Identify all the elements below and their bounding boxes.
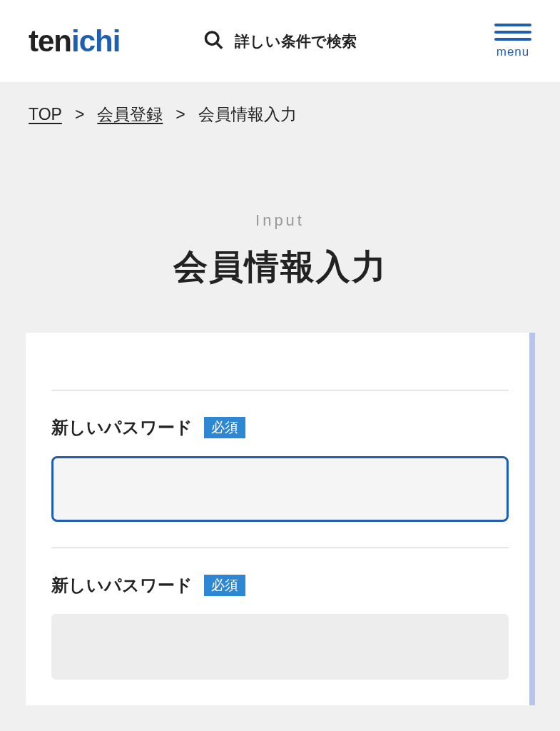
breadcrumb-separator: > [175,105,185,124]
form-container: 新しいパスワード 必須 新しいパスワード 必須 [26,333,534,705]
logo[interactable]: tenichi [29,24,120,59]
password-label: 新しいパスワード [51,416,193,439]
logo-text-1: ten [29,24,71,59]
breadcrumb-top[interactable]: TOP [29,105,62,124]
breadcrumb-separator: > [75,105,84,124]
form-group-password: 新しいパスワード 必須 [51,390,509,548]
menu-button[interactable]: menu [494,24,531,59]
hamburger-icon [494,24,531,41]
required-badge: 必須 [204,575,245,596]
page-title: 会員情報入力 [0,244,560,290]
form-label-row: 新しいパスワード 必須 [51,416,509,439]
svg-point-0 [205,31,218,44]
breadcrumb-current: 会員情報入力 [198,104,297,126]
menu-label: menu [497,45,530,59]
password-input[interactable] [51,456,509,522]
password-confirm-input[interactable] [51,614,509,680]
password-confirm-label: 新しいパスワード [51,574,193,597]
breadcrumb: TOP > 会員登録 > 会員情報入力 [0,82,560,147]
search-text: 詳しい条件で検索 [235,31,357,51]
form-label-row: 新しいパスワード 必須 [51,574,509,597]
search-area[interactable]: 詳しい条件で検索 [203,30,357,53]
header: tenichi 詳しい条件で検索 menu [0,0,560,82]
svg-line-1 [217,43,222,48]
page-subtitle: Input [0,211,560,230]
page-title-area: Input 会員情報入力 [0,147,560,333]
search-icon [203,30,223,53]
scrollbar[interactable] [529,333,535,705]
form-group-password-confirm: 新しいパスワード 必須 [51,548,509,705]
required-badge: 必須 [204,417,245,438]
logo-text-2: ichi [71,24,120,59]
breadcrumb-register[interactable]: 会員登録 [97,104,163,126]
